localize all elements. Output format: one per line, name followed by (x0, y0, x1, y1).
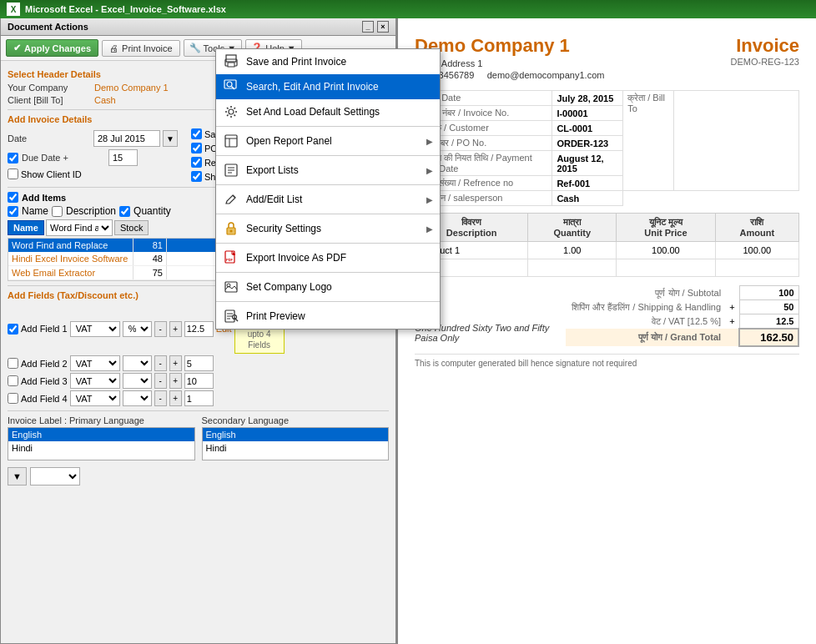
desc-col-checkbox[interactable] (52, 206, 63, 217)
add-edit-arrow-icon: ▶ (426, 195, 433, 204)
field4-checkbox[interactable] (8, 393, 18, 404)
menu-item-print-preview[interactable]: Print Preview (216, 304, 440, 329)
amount-header: राशि Amount (715, 214, 798, 242)
field2-minus[interactable]: - (154, 355, 167, 371)
stock-tab[interactable]: Stock (114, 220, 149, 235)
field2-type[interactable]: VAT (70, 355, 120, 371)
field2-checkbox[interactable] (8, 358, 18, 369)
date-picker-button[interactable]: ▼ (163, 130, 178, 147)
sales-checkbox[interactable] (191, 128, 202, 139)
menu-item-export-lists[interactable]: Export Lists ▶ (216, 158, 440, 183)
field-row-4: Add Field 4 VAT - + (8, 390, 389, 406)
lang-item-english-secondary[interactable]: English (203, 428, 389, 441)
tools-dropdown-menu: Save and Print Invoice Search, Edit And … (215, 48, 441, 330)
name-tab-selected[interactable]: Name (8, 220, 44, 235)
main-container: Document Actions _ × ✔ Apply Changes 🖨 P… (0, 18, 816, 644)
field1-minus[interactable]: - (154, 321, 167, 337)
svg-rect-2 (228, 63, 234, 67)
date-label: Date (8, 133, 91, 143)
subtotal-sign (725, 286, 739, 300)
lang-item-hindi-secondary[interactable]: Hindi (203, 441, 389, 455)
field1-value[interactable] (184, 321, 214, 337)
your-company-value[interactable]: Demo Company 1 (94, 83, 169, 93)
po-detail-value: ORDER-123 (552, 136, 623, 151)
field2-unit[interactable] (123, 355, 152, 371)
item-name-1: Word Find and Replace (8, 239, 133, 252)
detail-row-date: तिथि / Date July 28, 2015 क्रेता / Bill … (416, 91, 799, 106)
item-name-3: Web Email Extractor (8, 266, 133, 279)
summary-section: पूर्ण योग / Subtotal 100 शिपिंग और हैंडल… (566, 285, 799, 347)
menu-item-security[interactable]: Security Settings ▶ (216, 216, 440, 241)
menu-item-save-print[interactable]: Save and Print Invoice (216, 49, 440, 74)
qty-col-checkbox[interactable] (119, 206, 130, 217)
grand-total-label: पूर्ण योग / Grand Total (566, 329, 725, 346)
invoice-item-row-1: Product 1 1.00 100.00 100.00 (416, 242, 799, 259)
secondary-lang-list[interactable]: English Hindi (202, 427, 390, 460)
menu-export-lists-label: Export Lists (246, 164, 420, 176)
due-date-input[interactable] (108, 149, 138, 166)
field3-unit[interactable] (123, 373, 152, 389)
due-date-label: Due Date + (22, 153, 105, 163)
invoice-note: This is computer generated bill hence si… (415, 354, 799, 368)
field1-plus[interactable]: + (169, 321, 182, 337)
summary-table: पूर्ण योग / Subtotal 100 शिपिंग और हैंडल… (566, 285, 799, 347)
show-client-id-checkbox[interactable] (8, 169, 18, 179)
lang-item-english-primary[interactable]: English (8, 428, 194, 441)
field2-label: Add Field 2 (21, 359, 68, 369)
menu-item-export-pdf[interactable]: PDF Export Invoice As PDF (216, 245, 440, 270)
field3-minus[interactable]: - (154, 373, 167, 389)
company-address: Demo Address 1 (415, 58, 604, 68)
apply-changes-button[interactable]: ✔ Apply Changes (6, 39, 98, 57)
menu-add-edit-label: Add/Edit List (246, 194, 420, 205)
menu-item-open-report[interactable]: Open Report Panel ▶ (216, 128, 440, 153)
date-input[interactable] (93, 130, 160, 147)
subtotal-row: पूर्ण योग / Subtotal 100 (566, 286, 798, 300)
lang-item-hindi-primary[interactable]: Hindi (8, 441, 194, 455)
print-invoice-button[interactable]: 🖨 Print Invoice (102, 40, 180, 57)
po-checkbox[interactable] (191, 143, 202, 153)
client-value[interactable]: Cash (94, 95, 116, 105)
printer-menu-icon (223, 53, 239, 70)
field3-checkbox[interactable] (8, 375, 18, 386)
field3-plus[interactable]: + (169, 373, 182, 389)
field1-unit[interactable]: % (123, 321, 152, 337)
field2-plus[interactable]: + (169, 355, 182, 371)
minimize-button[interactable]: _ (362, 21, 374, 33)
menu-company-logo-label: Set Company Logo (246, 281, 433, 293)
primary-lang-list[interactable]: English Hindi (8, 427, 195, 460)
due-date-checkbox[interactable] (8, 153, 18, 164)
menu-item-search-edit-print[interactable]: Search, Edit And Print Invoice (216, 74, 440, 99)
checkmark-icon: ✔ (13, 43, 21, 53)
field1-type[interactable]: VAT (70, 321, 120, 337)
company-email: demo@democompany1.com (487, 70, 605, 80)
bottom-dropdown[interactable] (30, 467, 80, 486)
menu-item-set-load[interactable]: Set And Load Default Settings (216, 99, 440, 124)
add-items-checkbox[interactable] (8, 192, 18, 203)
svg-rect-0 (226, 55, 236, 62)
ship-checkbox[interactable] (191, 171, 202, 182)
field4-minus[interactable]: - (154, 390, 167, 406)
date-row: Date ▼ (8, 130, 178, 147)
salesperson-value: Cash (552, 191, 623, 206)
field3-value[interactable] (184, 373, 214, 389)
close-button[interactable]: × (377, 21, 389, 33)
word-find-dropdown[interactable]: Word Find and Repla (46, 219, 113, 236)
field4-type[interactable]: VAT (70, 390, 120, 406)
field2-value[interactable] (184, 355, 214, 371)
field3-type[interactable]: VAT (70, 373, 120, 389)
menu-item-add-edit[interactable]: Add/Edit List ▶ (216, 187, 440, 212)
svg-text:PDF: PDF (226, 258, 234, 262)
shipping-label: शिपिंग और हैंडलिंग / Shipping & Handling (566, 300, 725, 314)
menu-item-company-logo[interactable]: Set Company Logo (216, 274, 440, 299)
field4-value[interactable] (184, 390, 214, 406)
field4-unit[interactable] (123, 390, 152, 406)
field1-checkbox[interactable] (8, 324, 18, 335)
lock-menu-icon (223, 220, 239, 237)
invoice-footer: One Hundred Sixty Two and Fifty Paisa On… (415, 285, 799, 347)
ref-checkbox[interactable] (191, 157, 202, 168)
add-button[interactable]: ▼ (8, 467, 27, 486)
show-client-id-label: Show Client ID (21, 169, 82, 179)
grand-total-row: पूर्ण योग / Grand Total 162.50 (566, 329, 798, 346)
name-col-checkbox[interactable] (8, 206, 18, 217)
field4-plus[interactable]: + (169, 390, 182, 406)
